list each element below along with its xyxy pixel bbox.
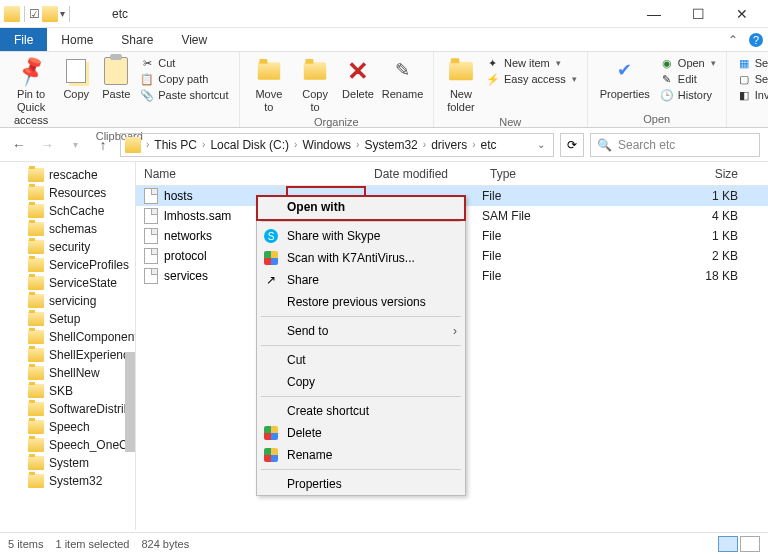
breadcrumb-item[interactable]: System32 xyxy=(364,138,417,152)
close-button[interactable]: ✕ xyxy=(720,0,764,28)
move-to-button[interactable]: Move to xyxy=(246,54,293,116)
chevron-right-icon[interactable]: › xyxy=(143,139,152,150)
easy-access-button[interactable]: ⚡Easy access▾ xyxy=(486,72,577,86)
menu-share-skype[interactable]: SShare with Skype xyxy=(257,225,465,247)
recent-locations-button[interactable]: ▾ xyxy=(64,139,86,150)
tree-item[interactable]: ServiceState xyxy=(0,274,135,292)
tree-item[interactable]: rescache xyxy=(0,166,135,184)
copy-button[interactable]: Copy xyxy=(56,54,96,103)
paste-shortcut-button[interactable]: 📎Paste shortcut xyxy=(140,88,228,102)
select-none-button[interactable]: ▢Select none xyxy=(737,72,768,86)
menu-create-shortcut[interactable]: Create shortcut xyxy=(257,400,465,422)
scrollbar-thumb[interactable] xyxy=(125,352,135,452)
chevron-right-icon[interactable]: › xyxy=(353,139,362,150)
tree-item[interactable]: servicing xyxy=(0,292,135,310)
svg-text:?: ? xyxy=(753,34,759,46)
tree-item[interactable]: SKB xyxy=(0,382,135,400)
collapse-ribbon-icon[interactable]: ⌃ xyxy=(728,33,744,47)
column-name[interactable]: Name xyxy=(136,167,366,181)
chevron-right-icon[interactable]: › xyxy=(291,139,300,150)
help-icon[interactable]: ? xyxy=(744,28,768,51)
menu-share[interactable]: ↗Share xyxy=(257,269,465,291)
chevron-right-icon[interactable]: › xyxy=(469,139,478,150)
menu-rename[interactable]: Rename xyxy=(257,444,465,466)
back-button[interactable]: ← xyxy=(8,137,30,153)
open-button[interactable]: ◉Open▾ xyxy=(660,56,716,70)
tree-item[interactable]: System32 xyxy=(0,472,135,490)
qat-check-icon[interactable]: ☑ xyxy=(29,7,40,21)
qat-dropdown-icon[interactable]: ▾ xyxy=(60,8,65,19)
folder-icon xyxy=(28,168,44,182)
column-type[interactable]: Type xyxy=(482,167,582,181)
qat-folder-icon[interactable] xyxy=(42,6,58,22)
breadcrumb-item[interactable]: This PC xyxy=(154,138,197,152)
menu-send-to[interactable]: Send to› xyxy=(257,320,465,342)
cut-button[interactable]: ✂Cut xyxy=(140,56,228,70)
menu-open-with[interactable]: Open with xyxy=(257,196,465,218)
maximize-button[interactable]: ☐ xyxy=(676,0,720,28)
tree-item[interactable]: ServiceProfiles xyxy=(0,256,135,274)
chevron-right-icon[interactable]: › xyxy=(420,139,429,150)
forward-button[interactable]: → xyxy=(36,137,58,153)
address-bar[interactable]: › This PC › Local Disk (C:) › Windows › … xyxy=(120,133,554,157)
refresh-button[interactable]: ⟳ xyxy=(560,133,584,157)
view-details-button[interactable] xyxy=(718,536,738,552)
tree-item[interactable]: SoftwareDistribution xyxy=(0,400,135,418)
new-folder-button[interactable]: New folder xyxy=(440,54,482,116)
tree-item[interactable]: security xyxy=(0,238,135,256)
select-all-button[interactable]: ▦Select all xyxy=(737,56,768,70)
tree-item[interactable]: ShellNew xyxy=(0,364,135,382)
menu-scan-k7[interactable]: Scan with K7AntiVirus... xyxy=(257,247,465,269)
menu-restore[interactable]: Restore previous versions xyxy=(257,291,465,313)
breadcrumb-item[interactable]: drivers xyxy=(431,138,467,152)
menu-copy[interactable]: Copy xyxy=(257,371,465,393)
new-item-button[interactable]: ✦New item▾ xyxy=(486,56,577,70)
breadcrumb-item[interactable]: etc xyxy=(481,138,497,152)
breadcrumb-item[interactable]: Windows xyxy=(302,138,351,152)
tree-item[interactable]: schemas xyxy=(0,220,135,238)
tree-item[interactable]: SchCache xyxy=(0,202,135,220)
tree-item[interactable]: ShellComponents xyxy=(0,328,135,346)
tab-view[interactable]: View xyxy=(167,28,221,51)
folder-icon xyxy=(28,438,44,452)
pin-label: Pin to Quick access xyxy=(12,88,50,128)
address-dropdown-icon[interactable]: ⌄ xyxy=(537,139,549,150)
column-size[interactable]: Size xyxy=(582,167,768,181)
tree-item[interactable]: ShellExperiences xyxy=(0,346,135,364)
folder-icon xyxy=(28,420,44,434)
chevron-right-icon[interactable]: › xyxy=(199,139,208,150)
rename-button[interactable]: ✎Rename xyxy=(378,54,427,103)
menu-delete[interactable]: Delete xyxy=(257,422,465,444)
window-title: etc xyxy=(112,7,128,21)
properties-button[interactable]: ✔Properties xyxy=(594,54,656,103)
tab-file[interactable]: File xyxy=(0,28,47,51)
menu-cut[interactable]: Cut xyxy=(257,349,465,371)
up-button[interactable]: ↑ xyxy=(92,137,114,153)
paste-button[interactable]: Paste xyxy=(96,54,136,103)
tree-item[interactable]: Speech_OneCore xyxy=(0,436,135,454)
copy-path-button[interactable]: 📋Copy path xyxy=(140,72,228,86)
tree-item[interactable]: Resources xyxy=(0,184,135,202)
folder-icon xyxy=(28,366,44,380)
view-large-button[interactable] xyxy=(740,536,760,552)
invert-selection-button[interactable]: ◧Invert selection xyxy=(737,88,768,102)
edit-button[interactable]: ✎Edit xyxy=(660,72,716,86)
delete-button[interactable]: ✕Delete xyxy=(338,54,378,103)
tree-item[interactable]: System xyxy=(0,454,135,472)
breadcrumb-item[interactable]: Local Disk (C:) xyxy=(210,138,289,152)
tab-share[interactable]: Share xyxy=(107,28,167,51)
search-input[interactable]: 🔍 Search etc xyxy=(590,133,760,157)
history-button[interactable]: 🕒History xyxy=(660,88,716,102)
copy-to-button[interactable]: Copy to xyxy=(292,54,338,116)
menu-properties[interactable]: Properties xyxy=(257,473,465,495)
minimize-button[interactable]: — xyxy=(632,0,676,28)
pin-to-quick-access-button[interactable]: 📌Pin to Quick access xyxy=(6,54,56,130)
tree-item[interactable]: Setup xyxy=(0,310,135,328)
column-date[interactable]: Date modified xyxy=(366,167,482,181)
column-headers[interactable]: Name Date modified Type Size xyxy=(136,162,768,186)
folder-icon xyxy=(125,137,141,153)
tab-home[interactable]: Home xyxy=(47,28,107,51)
tree-item[interactable]: Speech xyxy=(0,418,135,436)
navigation-tree[interactable]: rescacheResourcesSchCacheschemassecurity… xyxy=(0,162,136,530)
copy-label: Copy xyxy=(63,88,89,101)
